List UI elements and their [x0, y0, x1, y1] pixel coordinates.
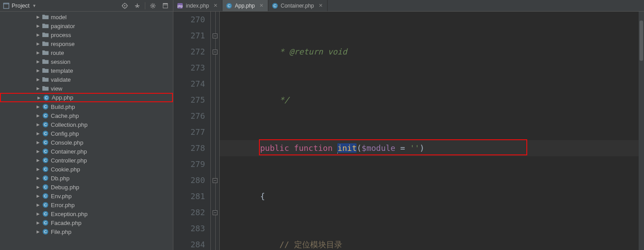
project-dropdown-caret[interactable]: ▼ [32, 4, 36, 8]
fold-cell[interactable] [211, 60, 219, 76]
line-number[interactable]: 270 [173, 12, 205, 28]
expand-arrow-icon[interactable]: ▶ [36, 221, 40, 225]
line-number[interactable]: 276 [173, 108, 205, 124]
tree-folder[interactable]: ▶process [0, 30, 173, 39]
editor-tab[interactable]: phpindex.php✕ [173, 0, 222, 11]
tree-file[interactable]: ▶CApp.php [0, 93, 173, 102]
expand-arrow-icon[interactable]: ▶ [36, 104, 40, 109]
tree-folder[interactable]: ▶response [0, 39, 173, 48]
tree-file[interactable]: ▶CConsole.php [0, 138, 173, 147]
line-number[interactable]: 281 [173, 188, 205, 204]
tree-file[interactable]: ▶CCollection.php [0, 120, 173, 129]
close-icon[interactable]: ✕ [319, 3, 323, 8]
tree-folder[interactable]: ▶model [0, 12, 173, 21]
scrollbar-thumb[interactable] [640, 21, 643, 61]
line-number[interactable]: 279 [173, 156, 205, 172]
line-number-gutter[interactable]: 2702712722732742752762772782792802812822… [173, 12, 211, 250]
fold-handle-icon[interactable]: − [213, 178, 217, 183]
expand-arrow-icon[interactable]: ▶ [36, 113, 40, 118]
code-editor[interactable]: * @return void */ public function init($… [220, 12, 639, 250]
line-number[interactable]: 283 [173, 221, 205, 237]
expand-arrow-icon[interactable]: ▶ [36, 203, 40, 207]
expand-arrow-icon[interactable]: ▶ [36, 167, 40, 171]
tree-folder[interactable]: ▶validate [0, 75, 173, 84]
fold-gutter[interactable]: −−−− [211, 12, 220, 250]
tree-file[interactable]: ▶CDb.php [0, 174, 173, 183]
expand-arrow-icon[interactable]: ▶ [36, 68, 40, 73]
line-number[interactable]: 274 [173, 76, 205, 92]
line-number[interactable]: 282 [173, 204, 205, 221]
line-number[interactable]: 284 [173, 237, 205, 250]
project-tree[interactable]: ▶model▶paginator▶process▶response▶route▶… [0, 12, 173, 236]
line-number[interactable]: 272 [173, 44, 205, 60]
vertical-scrollbar[interactable] [639, 12, 644, 250]
fold-cell[interactable] [211, 76, 219, 92]
tree-file[interactable]: ▶CDebug.php [0, 183, 173, 192]
tree-file[interactable]: ▶CFacade.php [0, 218, 173, 227]
fold-cell[interactable] [211, 108, 219, 124]
close-icon[interactable]: ✕ [213, 3, 217, 8]
close-icon[interactable]: ✕ [259, 3, 263, 8]
expand-arrow-icon[interactable]: ▶ [36, 131, 40, 136]
fold-cell[interactable] [211, 124, 219, 140]
expand-arrow-icon[interactable]: ▶ [36, 122, 40, 127]
expand-arrow-icon[interactable]: ▶ [36, 86, 40, 91]
tree-file[interactable]: ▶CEnv.php [0, 192, 173, 200]
expand-arrow-icon[interactable]: ▶ [36, 229, 40, 234]
tree-file[interactable]: ▶CContainer.php [0, 147, 173, 156]
fold-cell[interactable] [211, 92, 219, 108]
line-number[interactable]: 280 [173, 172, 205, 188]
expand-arrow-icon[interactable]: ▶ [36, 50, 40, 55]
line-number[interactable]: 271 [173, 28, 205, 44]
tree-file[interactable]: ▶CCookie.php [0, 165, 173, 174]
tree-file[interactable]: ▶CException.php [0, 209, 173, 218]
expand-arrow-icon[interactable]: ▶ [36, 140, 40, 145]
expand-arrow-icon[interactable]: ▶ [36, 33, 40, 37]
expand-arrow-icon[interactable]: ▶ [36, 59, 40, 64]
expand-arrow-icon[interactable]: ▶ [36, 212, 40, 216]
fold-cell[interactable]: − [211, 172, 219, 188]
tree-folder[interactable]: ▶view [0, 84, 173, 93]
fold-cell[interactable]: − [211, 28, 219, 44]
fold-cell[interactable] [211, 188, 219, 204]
expand-arrow-icon[interactable]: ▶ [36, 176, 40, 180]
locate-icon[interactable] [120, 1, 130, 11]
fold-cell[interactable] [211, 237, 219, 250]
line-number[interactable]: 278 [173, 140, 205, 156]
expand-arrow-icon[interactable]: ▶ [37, 96, 41, 100]
expand-arrow-icon[interactable]: ▶ [36, 194, 40, 198]
editor-tab[interactable]: CContainer.php✕ [268, 0, 328, 11]
tree-folder[interactable]: ▶template [0, 66, 173, 75]
expand-arrow-icon[interactable]: ▶ [36, 158, 40, 162]
expand-arrow-icon[interactable]: ▶ [36, 42, 40, 46]
fold-cell[interactable] [211, 140, 219, 156]
fold-cell[interactable] [211, 156, 219, 172]
tree-file[interactable]: ▶CFile.php [0, 227, 173, 236]
tree-file[interactable]: ▶CCache.php [0, 111, 173, 120]
line-number[interactable]: 273 [173, 60, 205, 76]
line-number[interactable]: 277 [173, 124, 205, 140]
collapse-all-icon[interactable] [132, 1, 142, 11]
tree-file[interactable]: ▶CController.php [0, 156, 173, 165]
expand-arrow-icon[interactable]: ▶ [36, 185, 40, 189]
fold-cell[interactable]: − [211, 204, 219, 221]
project-title[interactable]: Project [12, 2, 29, 9]
fold-handle-icon[interactable]: − [213, 50, 217, 54]
settings-gear-icon[interactable] [148, 1, 158, 11]
expand-arrow-icon[interactable]: ▶ [36, 149, 40, 154]
editor-tab[interactable]: CApp.php✕ [222, 0, 268, 11]
fold-handle-icon[interactable]: − [213, 210, 217, 215]
tree-file[interactable]: ▶CError.php [0, 200, 173, 209]
hide-panel-icon[interactable] [160, 1, 170, 11]
tree-file[interactable]: ▶CBuild.php [0, 102, 173, 111]
tree-file[interactable]: ▶CConfig.php [0, 129, 173, 138]
expand-arrow-icon[interactable]: ▶ [36, 77, 40, 82]
fold-cell[interactable] [211, 221, 219, 237]
expand-arrow-icon[interactable]: ▶ [36, 24, 40, 28]
tree-folder[interactable]: ▶route [0, 48, 173, 57]
fold-cell[interactable] [211, 12, 219, 28]
expand-arrow-icon[interactable]: ▶ [36, 15, 40, 19]
tree-folder[interactable]: ▶session [0, 57, 173, 66]
line-number[interactable]: 275 [173, 92, 205, 108]
fold-cell[interactable]: − [211, 44, 219, 60]
